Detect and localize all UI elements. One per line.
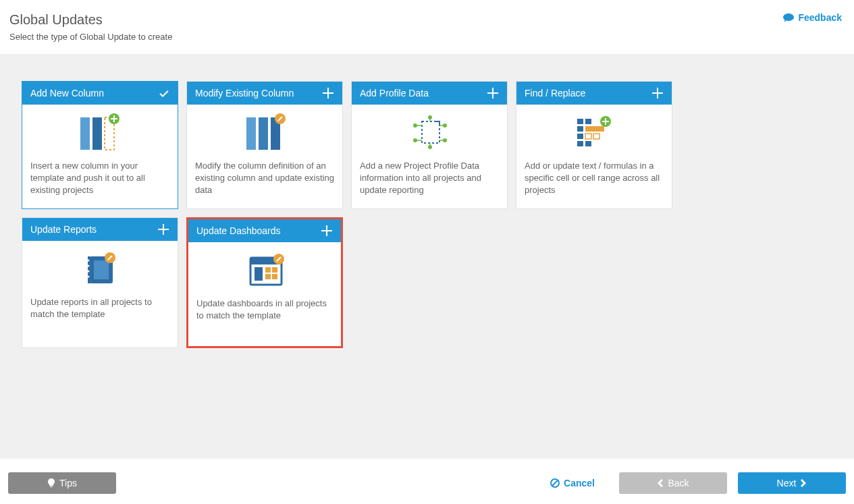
svg-rect-22 <box>585 134 591 139</box>
svg-rect-5 <box>259 117 268 150</box>
svg-point-13 <box>428 115 432 119</box>
svg-point-28 <box>88 260 90 262</box>
tips-button[interactable]: Tips <box>8 472 116 494</box>
lightbulb-icon <box>47 478 55 488</box>
card-header: Update Dashboards <box>188 219 341 242</box>
cancel-button[interactable]: Cancel <box>539 472 606 494</box>
card-add-profile-data[interactable]: Add Profile Data Add a new Project Profi… <box>351 81 508 209</box>
card-header: Add Profile Data <box>352 82 507 105</box>
card-icon <box>188 242 341 293</box>
card-grid: Add New Column Insert a new column in yo… <box>22 81 832 348</box>
page-header: Global Updates Select the type of Global… <box>0 0 854 54</box>
svg-point-29 <box>88 265 90 267</box>
svg-rect-4 <box>246 117 256 150</box>
content-area: Add New Column Insert a new column in yo… <box>0 54 854 459</box>
card-modify-existing-column[interactable]: Modify Existing Column Modify the column… <box>186 81 343 209</box>
svg-rect-16 <box>577 126 583 132</box>
svg-rect-26 <box>94 260 109 279</box>
svg-point-9 <box>413 123 417 128</box>
card-update-reports[interactable]: Update Reports Update reports in all pro… <box>22 217 178 348</box>
svg-rect-17 <box>577 134 583 139</box>
card-title: Update Reports <box>30 224 97 235</box>
card-description: Add or update text / formulas in a speci… <box>516 156 672 208</box>
back-button[interactable]: Back <box>619 472 727 494</box>
card-description: Update dashboards in all projects to mat… <box>188 293 341 346</box>
card-description: Add a new Project Profile Data informati… <box>352 156 507 208</box>
cancel-label: Cancel <box>564 478 595 488</box>
chevron-left-icon <box>657 479 664 487</box>
back-label: Back <box>668 478 689 488</box>
plus-icon <box>322 87 334 99</box>
svg-rect-35 <box>255 267 263 281</box>
svg-rect-1 <box>92 117 102 150</box>
card-title: Add Profile Data <box>360 88 429 99</box>
footer-bar: Tips Cancel Back Next <box>0 462 854 504</box>
svg-rect-20 <box>585 141 591 146</box>
next-label: Next <box>777 478 797 488</box>
svg-rect-0 <box>80 117 90 150</box>
plus-icon <box>487 87 499 99</box>
card-header: Find / Replace <box>516 82 672 105</box>
svg-rect-23 <box>593 134 599 139</box>
card-icon <box>516 105 672 156</box>
svg-point-10 <box>413 138 417 142</box>
card-icon <box>187 105 342 156</box>
card-title: Find / Replace <box>525 88 585 99</box>
card-title: Update Dashboards <box>196 225 281 236</box>
cancel-icon <box>550 478 560 488</box>
svg-rect-39 <box>272 274 277 279</box>
svg-rect-36 <box>265 267 271 273</box>
tips-label: Tips <box>59 478 77 488</box>
svg-point-11 <box>443 123 447 128</box>
next-button[interactable]: Next <box>738 472 846 494</box>
svg-point-14 <box>428 145 432 149</box>
plus-icon <box>157 223 169 235</box>
card-icon <box>352 105 507 156</box>
check-icon <box>159 88 169 99</box>
card-icon <box>22 241 178 292</box>
svg-point-30 <box>88 271 90 273</box>
svg-rect-18 <box>577 141 583 146</box>
svg-rect-38 <box>265 274 271 279</box>
feedback-link[interactable]: Feedback <box>783 12 842 23</box>
svg-rect-21 <box>585 126 604 132</box>
svg-rect-19 <box>585 119 591 124</box>
svg-rect-37 <box>272 267 277 273</box>
card-title: Add New Column <box>30 88 104 99</box>
svg-line-42 <box>552 480 558 486</box>
svg-rect-8 <box>422 121 439 143</box>
card-find-replace[interactable]: Find / Replace Add or update text / form… <box>516 81 672 209</box>
card-header: Update Reports <box>22 218 178 241</box>
feedback-icon <box>783 13 794 22</box>
chevron-right-icon <box>800 479 807 487</box>
card-title: Modify Existing Column <box>195 88 294 99</box>
feedback-label: Feedback <box>798 12 842 23</box>
card-update-dashboards[interactable]: Update Dashboards Update dashboards in a… <box>186 217 343 348</box>
svg-rect-15 <box>577 119 583 124</box>
svg-point-31 <box>88 276 90 278</box>
card-description: Insert a new column in your template and… <box>22 156 178 208</box>
svg-point-12 <box>443 138 447 142</box>
card-header: Modify Existing Column <box>187 82 342 105</box>
card-description: Modify the column definition of an exist… <box>187 156 342 208</box>
card-icon <box>22 105 178 156</box>
card-header: Add New Column <box>22 82 178 105</box>
card-description: Update reports in all projects to match … <box>22 292 178 345</box>
page-title: Global Updates <box>9 12 845 28</box>
plus-icon <box>651 87 664 99</box>
page-subtitle: Select the type of Global Update to crea… <box>9 32 845 42</box>
plus-icon <box>321 225 333 237</box>
card-add-new-column[interactable]: Add New Column Insert a new column in yo… <box>22 81 178 209</box>
